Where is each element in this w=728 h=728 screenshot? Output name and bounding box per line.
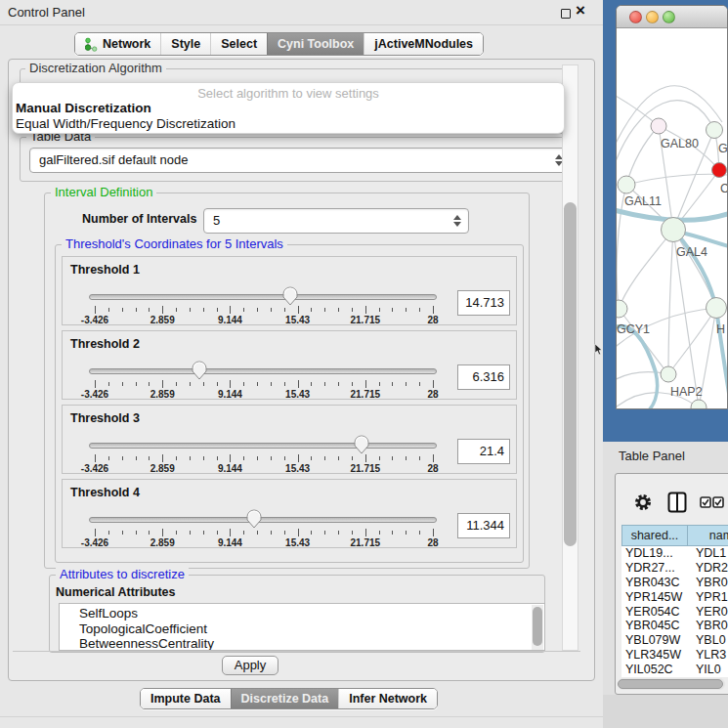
scrollbar-thumb[interactable] — [564, 202, 577, 546]
horizontal-scrollbar[interactable] — [618, 678, 725, 690]
attribute-list-item[interactable]: BetweennessCentrality — [79, 636, 544, 651]
threshold-label: Threshold 3 — [70, 411, 140, 425]
slider-track[interactable] — [89, 443, 437, 449]
close-icon[interactable]: × — [576, 1, 585, 21]
group-title: Interval Definition — [51, 186, 156, 199]
threshold-value-field[interactable]: 14.713 — [457, 290, 510, 316]
cell-name[interactable]: YPR1 — [688, 590, 728, 604]
table-row[interactable]: YBR043CYBR0 — [621, 576, 728, 590]
attribute-list-item[interactable]: TopologicalCoefficient — [79, 621, 544, 637]
column-header-shared[interactable]: shared... — [621, 525, 688, 546]
tab-select[interactable]: Select — [210, 33, 267, 55]
apply-button[interactable]: Apply — [222, 656, 278, 675]
table-row[interactable]: YER054CYER0 — [621, 604, 728, 619]
slider-tick-labels: -3.4262.8599.14415.4321.71528 — [95, 389, 433, 401]
network-window-titlebar[interactable] — [617, 6, 727, 28]
cell-name[interactable]: YIL0 — [688, 663, 721, 676]
popup-hint: Select algorithm to view settings — [13, 86, 564, 101]
slider-thumb-icon[interactable] — [191, 361, 208, 380]
table-row[interactable]: YIL052CYIL0 — [621, 662, 728, 676]
cell-shared-name[interactable]: YBR045C — [621, 619, 688, 632]
network-node[interactable] — [662, 218, 686, 242]
tab-label: Network — [103, 37, 150, 51]
network-node[interactable] — [617, 300, 627, 318]
table-row[interactable]: YBR045CYBR0 — [621, 619, 728, 633]
cell-shared-name[interactable]: YBL079W — [621, 633, 688, 647]
float-window-icon[interactable] — [561, 9, 571, 19]
slider-thumb-icon[interactable] — [245, 509, 263, 529]
cell-name[interactable]: YBR0 — [688, 576, 728, 589]
cell-name[interactable]: YBL0 — [688, 633, 726, 647]
table-data-combobox[interactable]: galFiltered.sif default node — [29, 148, 571, 173]
threshold-value-field[interactable]: 11.344 — [457, 513, 510, 538]
network-node[interactable] — [691, 400, 707, 409]
column-view-icon[interactable] — [667, 492, 687, 513]
network-node[interactable] — [712, 163, 727, 178]
close-traffic-light[interactable] — [629, 11, 642, 23]
threshold-value-field[interactable]: 21.4 — [457, 439, 510, 464]
slider-thumb-icon[interactable] — [353, 435, 370, 454]
cell-name[interactable]: YDL1 — [688, 546, 726, 560]
slider-track[interactable] — [89, 517, 437, 523]
tab-discretize-data[interactable]: Discretize Data — [231, 689, 339, 708]
menu-item-manual-discretization[interactable]: Manual Discretization — [16, 101, 151, 115]
network-canvas[interactable]: GAL80GACGAL11GAL4GCY1HHAP2 — [617, 28, 727, 409]
cell-shared-name[interactable]: YPR145W — [621, 590, 688, 604]
threshold-slider[interactable]: -3.4262.8599.14415.4321.71528 — [89, 288, 437, 325]
scrollbar-thumb[interactable] — [533, 607, 542, 646]
threshold-slider[interactable]: -3.4262.8599.14415.4321.71528 — [89, 363, 437, 400]
cell-shared-name[interactable]: YDR27... — [621, 561, 688, 575]
slider-thumb-icon[interactable] — [281, 286, 299, 306]
cell-shared-name[interactable]: YLR345W — [621, 648, 688, 662]
threshold-slider[interactable]: -3.4262.8599.14415.4321.71528 — [89, 437, 437, 474]
network-node[interactable] — [651, 118, 666, 134]
zoom-traffic-light[interactable] — [663, 11, 675, 23]
network-node[interactable] — [707, 298, 727, 319]
threshold-value-field[interactable]: 6.316 — [457, 364, 510, 390]
attributes-list[interactable]: SelfLoopsTopologicalCoefficientBetweenne… — [59, 603, 545, 651]
table-row[interactable]: YPR145WYPR1 — [621, 589, 728, 604]
panel-scrollbar[interactable] — [562, 64, 578, 651]
tab-network[interactable]: Network — [75, 33, 160, 55]
table-row[interactable]: YLR345WYLR3 — [621, 648, 728, 663]
cell-shared-name[interactable]: YER054C — [621, 605, 688, 619]
cell-name[interactable]: YBR0 — [688, 619, 728, 632]
tick-label: 9.144 — [218, 537, 242, 548]
menu-item-equal-width-frequency[interactable]: Equal Width/Frequency Discretization — [16, 116, 236, 131]
cell-shared-name[interactable]: YDL19... — [621, 546, 688, 560]
tab-jactivemnodules[interactable]: jActiveMNodules — [364, 33, 483, 55]
checked-box-icon[interactable] — [712, 496, 724, 508]
tab-label: Style — [171, 37, 200, 51]
slider-track[interactable] — [89, 294, 437, 300]
threshold-slider[interactable]: -3.4262.8599.14415.4321.71528 — [89, 511, 437, 548]
checked-box-icon[interactable] — [700, 496, 711, 508]
tab-cyni-toolbox[interactable]: Cyni Toolbox — [267, 33, 364, 55]
tab-style[interactable]: Style — [160, 33, 210, 55]
cell-shared-name[interactable]: YIL052C — [621, 663, 688, 676]
network-node[interactable] — [661, 366, 676, 382]
gear-icon[interactable] — [633, 492, 653, 512]
scrollbar-thumb[interactable] — [618, 679, 723, 689]
tab-impute-data[interactable]: Impute Data — [141, 689, 231, 708]
table-row[interactable]: YDR27...YDR2 — [621, 561, 728, 576]
table-body[interactable]: YDL19...YDL1YDR27...YDR2YBR043CYBR0YPR14… — [621, 546, 728, 677]
cell-name[interactable]: YDR2 — [688, 561, 728, 575]
column-header-name[interactable]: name — [688, 525, 728, 546]
list-scrollbar[interactable] — [532, 605, 543, 650]
slider-track[interactable] — [89, 368, 437, 374]
cell-name[interactable]: YER0 — [688, 605, 728, 619]
network-tree-icon — [85, 37, 98, 52]
table-row[interactable]: YBL079WYBL0 — [621, 633, 728, 648]
table-row[interactable]: YDL19...YDL1 — [621, 546, 728, 561]
network-node[interactable] — [618, 176, 635, 193]
network-view-window[interactable]: GAL80GACGAL11GAL4GCY1HHAP2 — [616, 5, 728, 409]
cell-name[interactable]: YLR3 — [688, 648, 726, 662]
cell-shared-name[interactable]: YBR043C — [621, 576, 688, 589]
slider-ticks — [95, 305, 433, 314]
minimize-traffic-light[interactable] — [646, 11, 659, 23]
network-node[interactable] — [707, 122, 723, 139]
number-of-intervals-combobox[interactable]: 5 — [203, 208, 469, 234]
tab-infer-network[interactable]: Infer Network — [338, 689, 437, 708]
attribute-list-item[interactable]: SelfLoops — [79, 606, 544, 621]
tick-label: 9.144 — [218, 315, 242, 325]
